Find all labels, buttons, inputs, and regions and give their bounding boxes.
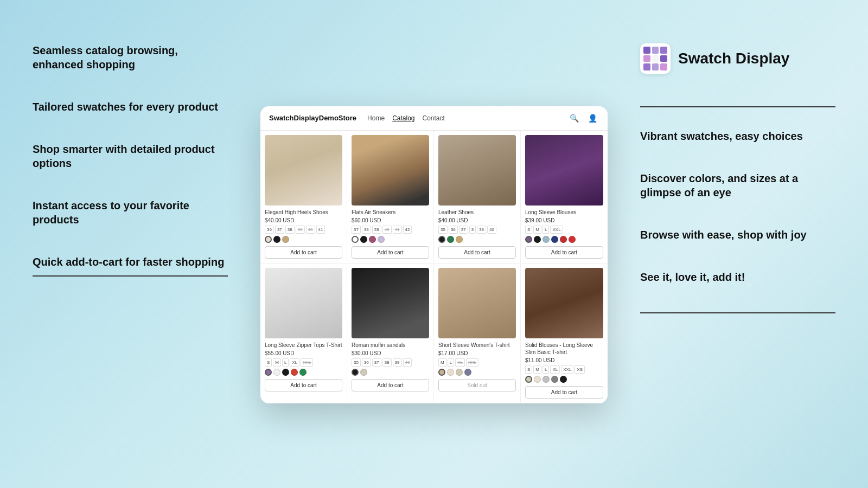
swatch-p6-1[interactable] bbox=[360, 369, 367, 376]
swatch-p4-4[interactable] bbox=[560, 236, 567, 243]
size-tag-p7-XL[interactable]: XL bbox=[455, 358, 465, 367]
size-tag-p3-35[interactable]: 35 bbox=[438, 226, 448, 234]
size-tag-p2-41[interactable]: 41 bbox=[393, 226, 402, 234]
add-to-cart-btn-p3[interactable]: Add to cart bbox=[438, 246, 516, 259]
product-price-p7: $17.00 USD bbox=[438, 350, 516, 356]
swatch-p3-0[interactable] bbox=[438, 236, 445, 243]
swatch-p2-3[interactable] bbox=[378, 236, 385, 243]
add-to-cart-btn-p6[interactable]: Add to cart bbox=[352, 379, 429, 391]
size-tag-p5-L[interactable]: L bbox=[282, 358, 289, 367]
account-icon[interactable]: 👤 bbox=[586, 112, 599, 125]
size-tag-p5-S[interactable]: S bbox=[265, 358, 272, 367]
size-tag-p7-L[interactable]: L bbox=[448, 358, 454, 367]
size-tag-p4-L[interactable]: L bbox=[542, 226, 549, 234]
size-tag-p6-37[interactable]: 37 bbox=[372, 358, 381, 367]
add-to-cart-btn-p2[interactable]: Add to cart bbox=[352, 246, 429, 259]
size-tag-p1-37[interactable]: 37 bbox=[275, 226, 284, 234]
nav-contact[interactable]: Contact bbox=[423, 114, 445, 122]
swatch-p7-3[interactable] bbox=[464, 369, 471, 376]
size-tag-p4-XXL[interactable]: XXL bbox=[550, 226, 563, 234]
swatch-p3-2[interactable] bbox=[456, 236, 463, 243]
size-tag-p8-XS[interactable]: XS bbox=[575, 365, 585, 374]
nav-catalog[interactable]: Catalog bbox=[392, 114, 414, 122]
size-tag-p3-36[interactable]: 36 bbox=[449, 226, 458, 234]
size-tag-p1-36[interactable]: 36 bbox=[265, 226, 274, 234]
add-to-cart-btn-p5[interactable]: Add to cart bbox=[265, 379, 342, 391]
size-tag-p8-M[interactable]: M bbox=[533, 365, 541, 374]
product-image-p1 bbox=[265, 135, 342, 206]
size-tag-p3-3[interactable]: 3 bbox=[469, 226, 476, 234]
size-tag-p5-XL[interactable]: XL bbox=[290, 358, 299, 367]
search-icon[interactable]: 🔍 bbox=[567, 112, 580, 125]
size-row-p5: SMLXLXXL bbox=[265, 358, 342, 367]
swatch-p7-0[interactable] bbox=[438, 369, 445, 376]
size-tag-p5-M[interactable]: M bbox=[273, 358, 281, 367]
swatch-p8-2[interactable] bbox=[542, 376, 550, 383]
swatch-p8-0[interactable] bbox=[525, 376, 532, 383]
swatch-p4-3[interactable] bbox=[551, 236, 558, 243]
swatch-p5-3[interactable] bbox=[291, 369, 298, 376]
size-tag-p8-XXL[interactable]: XXL bbox=[561, 365, 573, 374]
add-to-cart-btn-p8[interactable]: Add to cart bbox=[525, 386, 603, 399]
right-feature-text-1: Vibrant swatches, easy choices bbox=[640, 130, 803, 142]
size-tag-p2-37[interactable]: 37 bbox=[352, 226, 361, 234]
swatch-p5-4[interactable] bbox=[299, 369, 307, 376]
swatch-p5-0[interactable] bbox=[265, 369, 272, 376]
swatch-p3-1[interactable] bbox=[447, 236, 454, 243]
swatch-p7-1[interactable] bbox=[447, 369, 454, 376]
right-feature-item-3: Browse with ease, shop with joy bbox=[640, 228, 835, 242]
size-tag-p2-39[interactable]: 39 bbox=[372, 226, 381, 234]
size-tag-p8-XL[interactable]: XL bbox=[550, 365, 560, 374]
feature-item-3: Shop smarter with detailed product optio… bbox=[33, 142, 228, 170]
swatch-p5-2[interactable] bbox=[282, 369, 289, 376]
product-card-p2: Flats Air Sneakers$60.00 USD373839404142… bbox=[347, 131, 434, 264]
size-tag-p3-37[interactable]: 37 bbox=[459, 226, 468, 234]
swatch-p2-1[interactable] bbox=[360, 236, 367, 243]
size-tag-p7-M[interactable]: M bbox=[438, 358, 446, 367]
size-tag-p6-36[interactable]: 36 bbox=[362, 358, 371, 367]
size-tag-p3-40[interactable]: 40 bbox=[487, 226, 496, 234]
swatch-p1-1[interactable] bbox=[273, 236, 280, 243]
add-to-cart-btn-p1[interactable]: Add to cart bbox=[265, 246, 342, 259]
swatch-p2-2[interactable] bbox=[369, 236, 376, 243]
size-tag-p6-35[interactable]: 35 bbox=[352, 358, 361, 367]
size-tag-p8-S[interactable]: S bbox=[525, 365, 532, 374]
size-tag-p4-M[interactable]: M bbox=[533, 226, 541, 234]
add-to-cart-btn-p4[interactable]: Add to cart bbox=[525, 246, 603, 259]
size-tag-p1-38[interactable]: 38 bbox=[285, 226, 295, 234]
size-tag-p8-L[interactable]: L bbox=[542, 365, 549, 374]
product-image-p6 bbox=[352, 268, 429, 338]
size-tag-p4-S[interactable]: S bbox=[525, 226, 532, 234]
size-tag-p5-XXL[interactable]: XXL bbox=[301, 358, 313, 367]
swatch-p7-2[interactable] bbox=[456, 369, 463, 376]
logo-cell-1 bbox=[643, 47, 650, 54]
swatch-p8-4[interactable] bbox=[560, 376, 567, 383]
size-tag-p6-38[interactable]: 38 bbox=[382, 358, 392, 367]
size-tag-p2-40[interactable]: 40 bbox=[382, 226, 392, 234]
size-tag-p2-38[interactable]: 38 bbox=[362, 226, 371, 234]
swatch-p8-1[interactable] bbox=[534, 376, 541, 383]
size-tag-p3-39[interactable]: 39 bbox=[477, 226, 486, 234]
size-row-p1: 363738394041 bbox=[265, 226, 342, 234]
size-tag-p7-XXL[interactable]: XXL bbox=[466, 358, 478, 367]
swatch-p6-0[interactable] bbox=[352, 369, 359, 376]
size-tag-p1-39[interactable]: 39 bbox=[296, 226, 305, 234]
size-tag-p1-40[interactable]: 40 bbox=[306, 226, 315, 234]
swatch-p2-0[interactable] bbox=[352, 236, 359, 243]
swatch-p8-3[interactable] bbox=[551, 376, 558, 383]
swatch-p1-0[interactable] bbox=[265, 236, 272, 243]
size-tag-p2-42[interactable]: 42 bbox=[403, 226, 412, 234]
nav-home[interactable]: Home bbox=[367, 114, 385, 122]
swatch-p4-1[interactable] bbox=[534, 236, 541, 243]
size-tag-p1-41[interactable]: 41 bbox=[316, 226, 326, 234]
swatch-p1-2[interactable] bbox=[282, 236, 289, 243]
swatch-p4-0[interactable] bbox=[525, 236, 532, 243]
swatch-p4-5[interactable] bbox=[569, 236, 576, 243]
size-tag-p6-39[interactable]: 39 bbox=[393, 358, 402, 367]
swatch-p5-1[interactable] bbox=[273, 369, 280, 376]
left-panel: Seamless catalog browsing, enhanced shop… bbox=[33, 43, 228, 305]
swatch-row-p8 bbox=[525, 376, 603, 383]
swatch-p4-2[interactable] bbox=[542, 236, 550, 243]
size-tag-p6-40[interactable]: 40 bbox=[403, 358, 412, 367]
product-image-p4 bbox=[525, 135, 603, 206]
